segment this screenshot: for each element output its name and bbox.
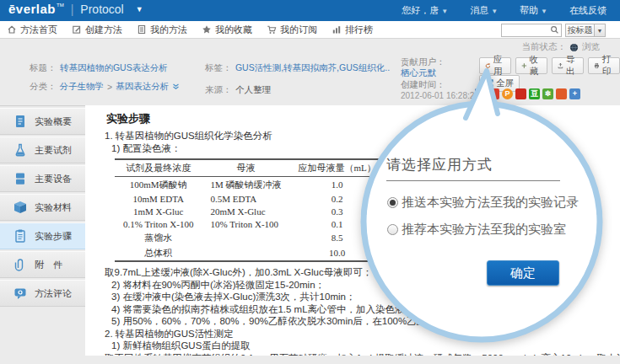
nav-bar: 方法首页 创建方法 我的方法 我的收藏 我的订阅 排行榜 按标题 ▼	[0, 21, 620, 39]
logo-divider: |	[71, 3, 74, 16]
cart-icon	[267, 24, 277, 35]
logo-brand: ēverlab	[8, 2, 56, 16]
table-row: 蒸馏水8.5	[115, 230, 385, 245]
sidebar: 实验概要 主要试剂 主要设备 实验材料 实验步骤 附 件 方法评论	[0, 108, 85, 308]
create-icon	[72, 24, 82, 35]
tags-label: 标签：	[205, 62, 232, 72]
clipboard-icon	[13, 228, 28, 244]
radio-option-push-to-records[interactable]: 推送本实验方法至我的实验记录	[387, 195, 579, 211]
sidebar-item-steps[interactable]: 实验步骤	[0, 222, 85, 249]
radio-selected-icon[interactable]	[387, 197, 398, 208]
status-row: 当前状态： 浏览	[522, 41, 601, 53]
nav-item-my-methods[interactable]: 我的方法	[137, 24, 187, 36]
chevron-down-icon[interactable]: ▼	[594, 24, 605, 36]
sidebar-item-comments[interactable]: 方法评论	[0, 280, 85, 307]
top-bar: ēverlab TM | Protocol ▼ 您好，唐▼ 消息▼ 帮助▼ 在线…	[0, 0, 620, 21]
table-row: 总体积10.0	[115, 245, 385, 261]
sidebar-item-reagents[interactable]: 主要试剂	[0, 136, 85, 163]
table-row: 100mM磷酸钠1M 磷酸钠缓冲液1.0	[115, 177, 385, 193]
messages-menu[interactable]: 消息▼	[470, 4, 498, 17]
sidebar-item-attachments[interactable]: 附 件	[0, 251, 85, 278]
nav-item-create-method[interactable]: 创建方法	[72, 24, 122, 36]
document-icon	[13, 114, 28, 129]
table-row: 1mM X-Gluc20mM X-Gluc0.3	[115, 205, 385, 217]
table-row: 0.1% Triton X-10010% Triton X-1000.1	[115, 217, 385, 230]
nav-item-my-subscriptions[interactable]: 我的订阅	[267, 24, 317, 36]
chevron-down-icon: ▼	[441, 8, 448, 15]
title-label: 标题：	[30, 62, 57, 72]
radio-unselected-icon[interactable]	[387, 224, 398, 235]
feedback-link[interactable]: 在线反馈	[569, 4, 607, 17]
logo-tm: TM	[57, 3, 64, 8]
chevron-down-icon: ▼	[491, 8, 498, 15]
table-row: 10mM EDTA0.5M EDTA0.2	[115, 192, 385, 205]
status-value: 浏览	[582, 41, 600, 53]
popup-divider	[386, 180, 560, 181]
comment-icon	[13, 286, 28, 301]
search-box	[501, 24, 562, 37]
category-label: 分类：	[30, 81, 57, 93]
box-icon	[13, 200, 28, 215]
equipment-icon	[13, 171, 28, 186]
category-child-link[interactable]: 基因表达分析	[116, 81, 169, 93]
popup-title: 请选择应用方式	[386, 155, 493, 174]
status-label: 当前状态：	[522, 41, 567, 53]
double-chevron-down-icon[interactable]	[172, 83, 180, 90]
nav-item-method-home[interactable]: 方法首页	[7, 24, 57, 36]
paperclip-icon	[13, 257, 28, 272]
nav-item-my-favorites[interactable]: 我的收藏	[202, 24, 252, 36]
sidebar-item-materials[interactable]: 实验材料	[0, 194, 85, 221]
category-parent-link[interactable]: 分子生物学	[60, 81, 105, 93]
document-icon	[137, 24, 147, 35]
table-header-row: 试剂及最终浓度 母液 应加母液量（mL）	[115, 159, 385, 177]
user-menu[interactable]: 您好，唐▼	[402, 4, 448, 17]
chevron-down-icon[interactable]: ▼	[136, 5, 143, 13]
sidebar-item-equipment[interactable]: 主要设备	[0, 165, 85, 192]
search-filter-select[interactable]: 按标题 ▼	[565, 24, 606, 37]
bar-chart-icon	[332, 24, 342, 35]
category-separator: >	[107, 82, 112, 92]
apply-popup-bubble	[354, 66, 617, 364]
search-icon[interactable]	[549, 25, 560, 35]
help-menu[interactable]: 帮助▼	[520, 4, 547, 17]
search-input[interactable]	[504, 24, 546, 35]
radio-option-recommend-to-lab[interactable]: 推荐本实验方法至我的实验室	[387, 222, 566, 238]
source-value: 个人整理	[235, 84, 271, 94]
chevron-down-icon: ▼	[541, 8, 547, 15]
star-icon	[202, 24, 212, 35]
logo-product: Protocol	[80, 3, 123, 16]
sidebar-item-overview[interactable]: 实验概要	[0, 108, 85, 135]
search-filter-value: 按标题	[566, 24, 594, 36]
logo[interactable]: ēverlab TM | Protocol ▼	[8, 2, 143, 16]
home-icon	[7, 24, 17, 35]
flask-icon	[13, 142, 28, 158]
reagent-table: 试剂及最终浓度 母液 应加母液量（mL） 100mM磷酸钠1M 磷酸钠缓冲液1.…	[115, 158, 385, 262]
source-label: 来源：	[205, 84, 232, 94]
top-menu: 您好，唐▼ 消息▼ 帮助▼ 在线反馈	[402, 0, 607, 21]
protocol-title-link[interactable]: 转基因植物的GUS表达分析	[60, 62, 168, 72]
globe-icon	[569, 43, 579, 52]
confirm-button[interactable]: 确定	[487, 260, 559, 286]
nav-item-ranking[interactable]: 排行榜	[332, 24, 373, 36]
